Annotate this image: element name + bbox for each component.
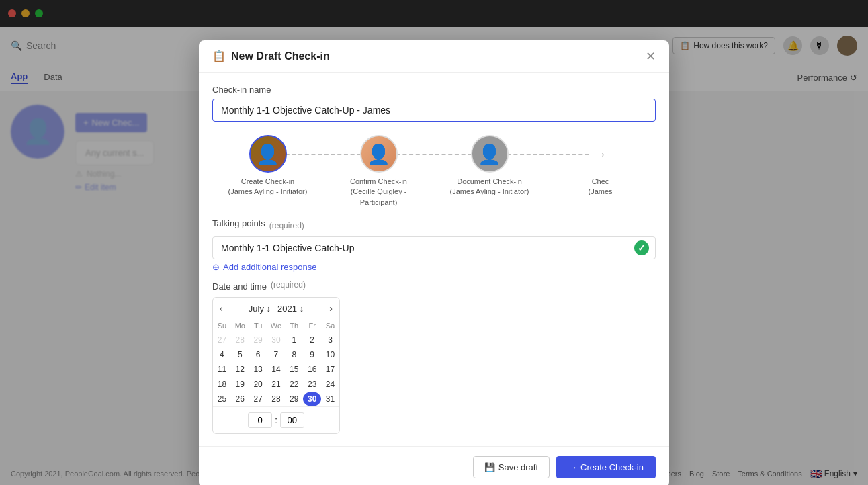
cal-day[interactable]: 21: [267, 377, 286, 392]
modal-body: Check-in name 👤 Create Check-in(James Ay…: [199, 73, 669, 446]
modal-close-button[interactable]: ✕: [646, 50, 656, 62]
cal-day[interactable]: 19: [231, 377, 249, 392]
cal-day[interactable]: 9: [303, 347, 321, 362]
cal-day[interactable]: 27: [249, 392, 267, 406]
step-label-chec: Chec(James: [588, 177, 612, 197]
step-label-create: Create Check-in(James Ayling - Initiator…: [228, 177, 308, 197]
step-avatar-cecille: 👤: [360, 135, 398, 173]
cal-day[interactable]: 25: [213, 392, 231, 406]
cal-day[interactable]: 26: [231, 392, 249, 406]
step-label-document: Document Check-in(James Ayling - Initiat…: [450, 177, 529, 197]
workflow-steps: 👤 Create Check-in(James Ayling - Initiat…: [212, 135, 656, 208]
calendar-grid: Su Mo Tu We Th Fr Sa 27 28 29 30: [213, 319, 339, 406]
cal-day[interactable]: 3: [321, 333, 339, 347]
step-avatar-james: 👤: [249, 135, 287, 173]
cal-day[interactable]: 1: [285, 333, 303, 347]
modal-title: New Draft Check-in: [231, 50, 330, 62]
cal-day[interactable]: 8: [285, 347, 303, 362]
arrow-right-icon: →: [568, 462, 577, 472]
cal-day[interactable]: 23: [303, 377, 321, 392]
cal-day[interactable]: 10: [321, 347, 339, 362]
date-time-label: Date and time: [212, 281, 267, 292]
cal-day[interactable]: 27: [213, 333, 231, 347]
add-response-button[interactable]: ⊕ Add additional response: [212, 262, 656, 272]
calendar-month-year: July ↕ 2021 ↕: [249, 304, 304, 314]
cal-header-we: We: [267, 319, 286, 333]
cal-day[interactable]: 29: [285, 392, 303, 406]
cal-day[interactable]: 12: [231, 362, 249, 377]
time-hour-input[interactable]: [248, 412, 272, 428]
save-draft-button[interactable]: 💾 Save draft: [473, 456, 550, 478]
modal-checkin-icon: 📋: [212, 50, 226, 62]
checkin-name-input[interactable]: [212, 99, 656, 122]
cal-header-th: Th: [285, 319, 303, 333]
cal-day[interactable]: 20: [249, 377, 267, 392]
save-icon: 💾: [484, 462, 495, 472]
cal-day[interactable]: 31: [321, 392, 339, 406]
step-avatar-james-gray: 👤: [471, 135, 509, 173]
cal-header-su: Su: [213, 319, 231, 333]
cal-day[interactable]: 15: [285, 362, 303, 377]
step-label-confirm: Confirm Check-in(Cecille Quigley - Parti…: [339, 177, 419, 208]
cal-day[interactable]: 16: [303, 362, 321, 377]
calendar: ‹ July ↕ 2021 ↕ › Su Mo Tu We Th Fr: [212, 297, 340, 434]
new-draft-checkin-modal: 📋 New Draft Check-in ✕ Check-in name 👤 C…: [199, 40, 669, 485]
talking-points-input[interactable]: [212, 236, 656, 259]
cal-day[interactable]: 11: [213, 362, 231, 377]
cal-day[interactable]: 17: [321, 362, 339, 377]
talking-points-ok-icon[interactable]: ✓: [634, 240, 649, 255]
calendar-month: July ↕: [249, 304, 271, 314]
talking-points-wrap: ✓: [212, 236, 656, 259]
cal-day[interactable]: 6: [249, 347, 267, 362]
cal-day[interactable]: 4: [213, 347, 231, 362]
add-response-label: Add additional response: [223, 262, 317, 272]
time-row: :: [213, 406, 339, 433]
create-checkin-label: Create Check-in: [580, 462, 644, 472]
time-minute-input[interactable]: [280, 412, 304, 428]
calendar-year: 2021 ↕: [277, 304, 304, 314]
cal-day[interactable]: 28: [267, 392, 286, 406]
cal-header-fr: Fr: [303, 319, 321, 333]
cal-day[interactable]: 14: [267, 362, 286, 377]
cal-day[interactable]: 5: [231, 347, 249, 362]
cal-day[interactable]: 30: [267, 333, 286, 347]
cal-day[interactable]: 13: [249, 362, 267, 377]
cal-day[interactable]: 2: [303, 333, 321, 347]
talking-points-required: (required): [269, 221, 304, 230]
create-checkin-button[interactable]: → Create Check-in: [556, 456, 656, 478]
modal-title-row: 📋 New Draft Check-in: [212, 50, 330, 62]
cal-day[interactable]: 29: [249, 333, 267, 347]
calendar-header: ‹ July ↕ 2021 ↕ ›: [213, 298, 339, 319]
date-time-required: (required): [271, 280, 306, 290]
cal-day[interactable]: 22: [285, 377, 303, 392]
add-response-icon: ⊕: [212, 262, 220, 272]
cal-day[interactable]: 7: [267, 347, 286, 362]
cal-day-selected[interactable]: 30: [303, 392, 321, 406]
save-draft-label: Save draft: [498, 462, 538, 472]
talking-points-label: Talking points: [212, 218, 265, 228]
time-separator: :: [275, 415, 277, 425]
workflow-step-document: 👤 Document Check-in(James Ayling - Initi…: [434, 135, 545, 197]
cal-day[interactable]: 18: [213, 377, 231, 392]
calendar-prev-button[interactable]: ‹: [220, 303, 223, 314]
modal-header: 📋 New Draft Check-in ✕: [199, 40, 669, 73]
calendar-next-button[interactable]: ›: [329, 303, 333, 314]
checkin-name-label: Check-in name: [212, 85, 656, 95]
cal-header-sa: Sa: [321, 319, 339, 333]
cal-day[interactable]: 28: [231, 333, 249, 347]
cal-header-tu: Tu: [249, 319, 267, 333]
workflow-step-create: 👤 Create Check-in(James Ayling - Initiat…: [212, 135, 323, 197]
workflow-step-confirm: 👤 Confirm Check-in(Cecille Quigley - Par…: [323, 135, 434, 208]
cal-header-mo: Mo: [231, 319, 249, 333]
modal-footer: 💾 Save draft → Create Check-in: [199, 446, 669, 485]
workflow-step-chec: → Chec(James: [545, 135, 656, 197]
cal-day[interactable]: 24: [321, 377, 339, 392]
